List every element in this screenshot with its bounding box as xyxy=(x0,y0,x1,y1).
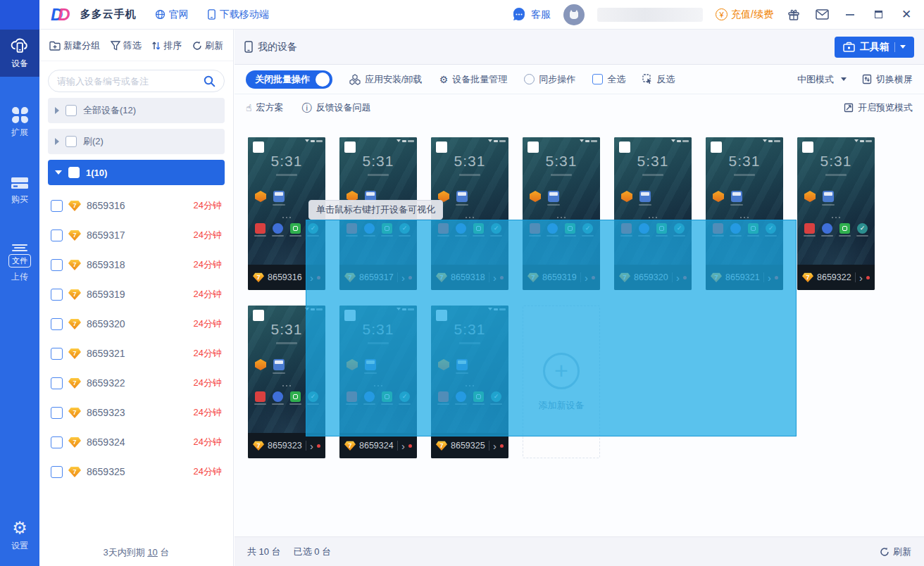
device-card-footer[interactable]: 7 8659323 › xyxy=(248,433,325,458)
search-icon[interactable] xyxy=(204,75,216,87)
sidebar-item-devices[interactable]: 设备 xyxy=(0,30,39,77)
expand-chevron-icon[interactable]: › xyxy=(310,441,313,451)
device-checkbox[interactable] xyxy=(51,436,63,448)
macro-plan-button[interactable]: ☝ 宏方案 xyxy=(246,101,284,114)
official-site-link[interactable]: 官网 xyxy=(155,8,189,21)
card-checkbox[interactable] xyxy=(436,310,447,321)
device-card-footer[interactable]: 7 8659316 › xyxy=(248,265,325,290)
gift-button[interactable] xyxy=(786,7,801,23)
group-checkbox[interactable] xyxy=(65,136,77,147)
card-checkbox[interactable] xyxy=(253,142,264,153)
expand-chevron-icon[interactable]: › xyxy=(585,272,588,283)
expand-chevron-icon[interactable]: › xyxy=(493,441,497,451)
grid-refresh-button[interactable]: 刷新 xyxy=(880,546,911,558)
device-card-footer[interactable]: 7 8659317 › xyxy=(339,265,417,290)
sidebar-item-purchase[interactable]: 购买 xyxy=(0,170,39,213)
device-row[interactable]: 7 8659321 24分钟 xyxy=(39,339,233,368)
caret-right-icon[interactable] xyxy=(55,138,59,145)
toolbox-button[interactable]: 工具箱 xyxy=(835,37,914,58)
expiry-note-link[interactable]: 10 xyxy=(147,547,157,558)
device-checkbox[interactable] xyxy=(51,259,63,271)
group-1-selected[interactable]: 1(10) xyxy=(48,160,225,185)
device-checkbox[interactable] xyxy=(51,289,63,301)
card-checkbox[interactable] xyxy=(436,142,447,153)
card-checkbox[interactable] xyxy=(527,142,539,153)
device-card[interactable]: 5:31 7 8659321 › xyxy=(706,137,783,290)
device-card[interactable]: 5:31 7 8659324 › xyxy=(339,306,417,458)
group-checkbox[interactable] xyxy=(68,167,80,178)
group-shua[interactable]: 刷(2) xyxy=(48,129,225,154)
device-row[interactable]: 7 8659318 24分钟 xyxy=(39,250,233,279)
expand-chevron-icon[interactable]: › xyxy=(859,272,863,283)
group-checkbox[interactable] xyxy=(65,105,77,116)
new-group-button[interactable]: 新建分组 xyxy=(49,39,100,52)
sidebar-item-file-upload[interactable]: 文件 上传 xyxy=(0,237,39,290)
device-card-footer[interactable]: 7 8659321 › xyxy=(706,265,783,290)
messages-button[interactable] xyxy=(814,7,830,23)
sidebar-item-extensions[interactable]: 扩展 xyxy=(0,101,39,146)
batch-manage-button[interactable]: ⚙ 设备批量管理 xyxy=(439,73,508,86)
device-checkbox[interactable] xyxy=(51,318,63,330)
device-row[interactable]: 7 8659323 24分钟 xyxy=(39,398,233,427)
caret-right-icon[interactable] xyxy=(55,107,59,114)
expand-chevron-icon[interactable]: › xyxy=(401,441,405,451)
device-card[interactable]: 5:31 7 8659319 › xyxy=(523,137,600,290)
device-card-footer[interactable]: 7 8659325 › xyxy=(431,433,508,458)
sidebar-item-settings[interactable]: ⚙ 设置 xyxy=(0,513,39,559)
device-card[interactable]: 5:31 7 8659325 › xyxy=(431,306,508,458)
device-card-footer[interactable]: 7 8659319 › xyxy=(523,265,600,290)
minimize-button[interactable] xyxy=(842,7,858,23)
device-card-footer[interactable]: 7 8659322 › xyxy=(797,265,875,290)
avatar[interactable] xyxy=(563,4,585,25)
support-button[interactable]: 客服 xyxy=(511,8,551,22)
toggle-knob[interactable] xyxy=(316,73,330,87)
sync-operation-button[interactable]: 同步操作 xyxy=(524,73,575,86)
card-checkbox[interactable] xyxy=(711,142,722,153)
device-row[interactable]: 7 8659319 24分钟 xyxy=(39,279,233,309)
device-card[interactable]: 5:31 7 8659322 › xyxy=(797,137,875,290)
feedback-button[interactable]: ⓘ 反馈设备问题 xyxy=(302,101,371,114)
device-row[interactable]: 7 8659324 24分钟 xyxy=(39,427,233,457)
device-checkbox[interactable] xyxy=(51,348,63,360)
card-checkbox[interactable] xyxy=(344,310,356,321)
preview-mode-button[interactable]: 开启预览模式 xyxy=(844,101,913,114)
invert-selection-button[interactable]: 反选 xyxy=(642,73,675,86)
card-checkbox[interactable] xyxy=(802,142,813,153)
device-card-footer[interactable]: 7 8659320 › xyxy=(614,265,692,290)
device-checkbox[interactable] xyxy=(51,466,63,478)
device-row[interactable]: 7 8659325 24分钟 xyxy=(39,457,233,486)
panel-refresh-button[interactable]: 刷新 xyxy=(192,39,223,52)
view-mode-dropdown[interactable]: 中图模式 xyxy=(797,73,847,86)
expand-chevron-icon[interactable]: › xyxy=(401,272,405,283)
add-device-card[interactable]: + 添加新设备 xyxy=(523,306,600,458)
device-checkbox[interactable] xyxy=(51,407,63,419)
expand-chevron-icon[interactable]: › xyxy=(768,272,771,283)
rotate-landscape-button[interactable]: 切换横屏 xyxy=(862,73,913,86)
download-mobile-link[interactable]: 下载移动端 xyxy=(207,8,269,21)
card-checkbox[interactable] xyxy=(344,142,356,153)
device-checkbox[interactable] xyxy=(51,229,63,241)
device-row[interactable]: 7 8659320 24分钟 xyxy=(39,309,233,339)
device-row[interactable]: 7 8659322 24分钟 xyxy=(39,368,233,398)
filter-button[interactable]: 筛选 xyxy=(111,39,142,52)
device-row[interactable]: 7 8659317 24分钟 xyxy=(39,220,233,250)
device-card-footer[interactable]: 7 8659324 › xyxy=(339,433,417,458)
sort-button[interactable]: 排序 xyxy=(151,39,182,52)
maximize-button[interactable] xyxy=(870,7,886,23)
expand-chevron-icon[interactable]: › xyxy=(676,272,680,283)
device-row[interactable]: 7 8659316 24分钟 xyxy=(39,191,233,220)
group-all-devices[interactable]: 全部设备(12) xyxy=(48,98,225,123)
app-install-uninstall-button[interactable]: 应用安装/卸载 xyxy=(349,73,423,86)
device-card[interactable]: 5:31 7 8659320 › xyxy=(614,137,692,290)
batch-operation-toggle[interactable]: 关闭批量操作 xyxy=(246,70,332,89)
caret-down-icon[interactable] xyxy=(55,170,62,175)
expand-chevron-icon[interactable]: › xyxy=(310,272,313,283)
close-button[interactable]: ✕ xyxy=(899,7,914,23)
device-card-footer[interactable]: 7 8659318 › xyxy=(431,265,508,290)
recharge-button[interactable]: ¥ 充值/续费 xyxy=(716,8,773,21)
device-checkbox[interactable] xyxy=(51,200,63,212)
device-checkbox[interactable] xyxy=(51,377,63,389)
card-checkbox[interactable] xyxy=(619,142,630,153)
device-card[interactable]: 5:31 7 8659323 › xyxy=(248,306,325,458)
select-all-checkbox[interactable] xyxy=(592,74,603,84)
